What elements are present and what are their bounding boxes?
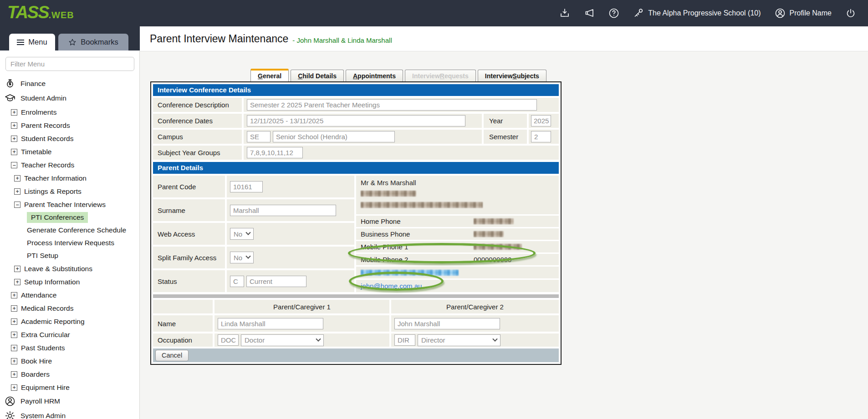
tab-bookmarks[interactable]: Bookmarks [58, 34, 128, 50]
sidebar-item-boarders[interactable]: +Boarders [0, 368, 139, 381]
school-selector[interactable]: The Alpha Progressive School (10) [633, 8, 761, 19]
year-input[interactable] [531, 115, 551, 126]
megaphone-icon[interactable] [584, 8, 595, 19]
tab-appointments[interactable]: Appointments [346, 70, 403, 81]
expand-icon[interactable]: + [11, 292, 17, 298]
help-icon[interactable] [608, 8, 619, 19]
sidebar-item-process-interview-requests[interactable]: Process Interview Requests [0, 237, 139, 249]
section-divider [153, 294, 559, 298]
sidebar-item-label: Process Interview Requests [27, 239, 114, 247]
parent-code-input[interactable] [230, 181, 263, 192]
contact-label: Home Phone [356, 217, 474, 225]
sidebar-item-academic-reporting[interactable]: +Academic Reporting [0, 315, 139, 328]
sidebar-item-student-records[interactable]: +Student Records [0, 132, 139, 145]
sidebar-item-listings-reports[interactable]: +Listings & Reports [0, 185, 139, 198]
page-subtitle: - John Marshall & Linda Marshall [292, 34, 392, 44]
expand-icon[interactable]: + [11, 371, 17, 378]
sidebar-item-label: Past Students [21, 344, 65, 352]
sidebar-item-medical-records[interactable]: +Medical Records [0, 302, 139, 315]
expand-icon[interactable]: + [11, 136, 17, 142]
expand-icon[interactable]: + [11, 122, 17, 129]
sidebar-header: TASS.WEB Menu Bookmarks [0, 0, 140, 50]
sidebar-item-attendance[interactable]: +Attendance [0, 288, 139, 302]
sidebar-item-pti-conferences[interactable]: PTI Conferences [0, 211, 139, 224]
caregiver2-occupation-code-input[interactable] [394, 334, 415, 346]
tab-general[interactable]: General [250, 69, 289, 81]
sidebar-item-leave-substitutions[interactable]: +Leave & Substitutions [0, 262, 139, 275]
expand-icon[interactable]: + [11, 149, 17, 155]
sidebar-item-parent-records[interactable]: +Parent Records [0, 119, 139, 132]
sidebar-item-generate-conference-schedule[interactable]: Generate Conference Schedule [0, 224, 139, 237]
sidebar-item-past-students[interactable]: +Past Students [0, 341, 139, 354]
expand-icon[interactable]: + [11, 345, 17, 351]
sidebar-item-student-admin[interactable]: Student Admin [0, 91, 139, 106]
semester-input[interactable] [531, 131, 551, 142]
email-link[interactable]: john@home.com.au [361, 282, 422, 290]
surname-input[interactable] [230, 205, 336, 216]
caregiver1-occupation-select[interactable]: Doctor [241, 334, 324, 346]
tab-child-details[interactable]: Child Details [291, 70, 344, 81]
collapse-icon[interactable]: − [11, 162, 17, 168]
sidebar-item-parent-teacher-interviews[interactable]: −Parent Teacher Interviews [0, 198, 139, 211]
web-access-select[interactable]: No [230, 228, 254, 240]
sidebar-item-label: System Admin [20, 412, 66, 419]
sidebar-item-payroll-hrm[interactable]: Payroll HRM [0, 394, 139, 409]
caregiver2-name-input[interactable] [394, 318, 500, 329]
sidebar-item-book-hire[interactable]: +Book Hire [0, 354, 139, 368]
power-icon[interactable] [845, 8, 856, 19]
sidebar-item-enrolments[interactable]: +Enrolments [0, 106, 139, 119]
expand-icon[interactable]: + [14, 266, 20, 272]
sidebar-item-extra-curricular[interactable]: +Extra Curricular [0, 328, 139, 341]
caregiver1-occupation-code-input[interactable] [218, 334, 239, 346]
sidebar-item-teacher-information[interactable]: +Teacher Information [0, 172, 139, 185]
sidebar-item-label: Payroll HRM [20, 397, 60, 405]
sidebar-item-pti-setup[interactable]: PTI Setup [0, 249, 139, 262]
status-name-input[interactable] [246, 276, 306, 287]
filter-menu-input[interactable] [5, 57, 134, 71]
sidebar-item-teacher-records[interactable]: −Teacher Records [0, 158, 139, 172]
conference-description-input[interactable] [247, 99, 537, 111]
expand-icon[interactable]: + [11, 305, 17, 312]
row-split-family-access: Split Family Access No [153, 247, 354, 268]
collapse-icon[interactable]: − [14, 202, 20, 208]
sidebar-item-system-admin[interactable]: System Admin [0, 409, 139, 419]
page-header: Parent Interview Maintenance - John Mars… [140, 26, 868, 51]
sidebar-item-finance[interactable]: Finance [0, 76, 139, 91]
download-icon[interactable] [559, 8, 570, 19]
expand-icon[interactable]: + [11, 384, 17, 391]
sidebar-item-label: Student Records [21, 135, 73, 143]
sidebar-item-setup-information[interactable]: +Setup Information [0, 275, 139, 288]
tab-interview-subjects[interactable]: Interview Subjects [478, 70, 546, 81]
expand-icon[interactable]: + [14, 188, 20, 195]
expand-icon[interactable]: + [11, 318, 17, 325]
school-name: The Alpha Progressive School (10) [648, 9, 761, 17]
expand-icon[interactable]: + [14, 175, 20, 182]
expand-icon[interactable]: + [11, 332, 17, 338]
sidebar-item-equipment-hire[interactable]: +Equipment Hire [0, 381, 139, 394]
campus-name-input[interactable] [273, 131, 395, 142]
tab-menu[interactable]: Menu [9, 34, 55, 50]
caregiver2-occupation-select[interactable]: Director [418, 334, 500, 346]
expand-icon[interactable]: + [14, 279, 20, 285]
sidebar-item-timetable[interactable]: +Timetable [0, 145, 139, 158]
star-icon [68, 38, 77, 46]
tab-interview-requests: Interview Requests [405, 70, 476, 81]
caregiver-occupation-row: Occupation Doctor Director [153, 333, 559, 347]
gear-icon [5, 410, 15, 419]
caregiver1-name-input[interactable] [218, 318, 323, 329]
profile-menu[interactable]: Profile Name [775, 8, 832, 19]
conference-dates-input[interactable] [247, 115, 465, 126]
campus-code-input[interactable] [247, 131, 271, 142]
subject-year-groups-input[interactable] [247, 147, 303, 158]
expand-icon[interactable]: + [11, 109, 17, 116]
redacted-phone-value [474, 244, 522, 250]
status-code-input[interactable] [230, 276, 244, 287]
graduation-cap-icon [5, 93, 15, 104]
sidebar-item-label: Book Hire [21, 357, 52, 365]
sidebar-item-label: PTI Setup [27, 252, 58, 260]
sidebar: FinanceStudent Admin+Enrolments+Parent R… [0, 50, 140, 419]
split-family-access-select[interactable]: No [230, 252, 254, 263]
redacted-email-row [356, 267, 559, 278]
cancel-button[interactable]: Cancel [155, 350, 189, 361]
expand-icon[interactable]: + [11, 358, 17, 364]
